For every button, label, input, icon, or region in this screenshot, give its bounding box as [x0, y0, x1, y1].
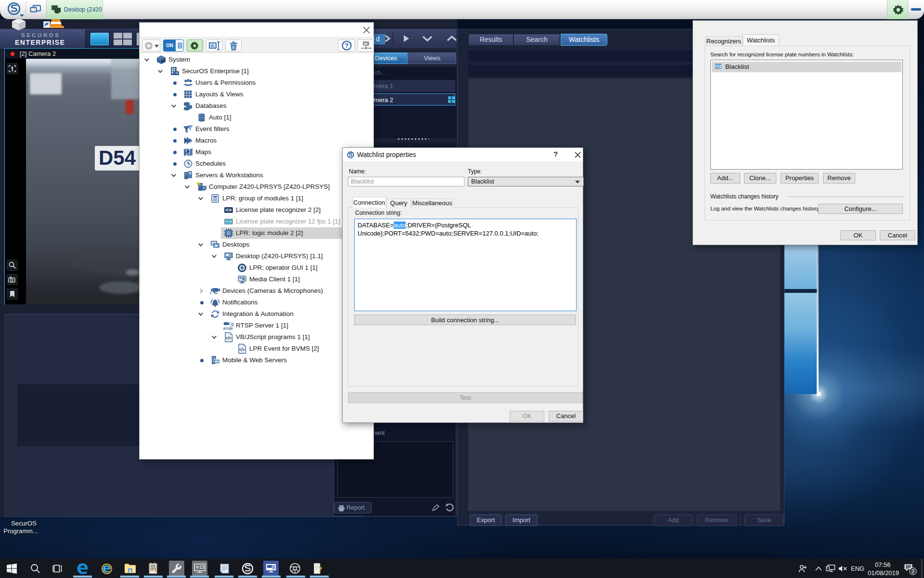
svg-text:IP: IP — [364, 42, 368, 46]
svg-text:</>: </> — [226, 336, 231, 341]
svg-text:?: ? — [345, 42, 349, 49]
svg-text:A: A — [211, 43, 214, 48]
svg-text:</>: </> — [239, 347, 245, 352]
svg-text:RTSP: RTSP — [223, 327, 233, 331]
svg-text:?: ? — [318, 565, 322, 574]
